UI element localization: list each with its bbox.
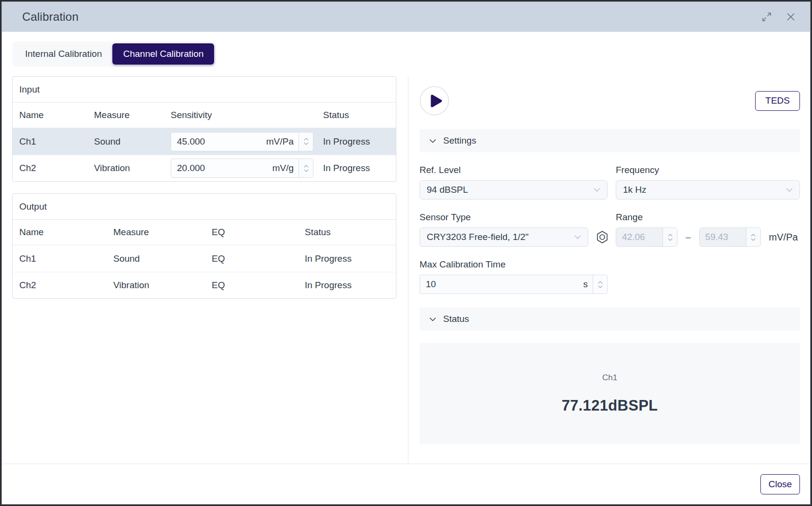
- status-reading: 77.121dBSPL: [562, 397, 658, 414]
- teds-button[interactable]: TEDS: [755, 91, 800, 111]
- status-section-label: Status: [443, 314, 469, 324]
- input-table: Input Name Measure Sensitivity Status Ch…: [12, 76, 396, 182]
- sensor-type-field: Sensor Type CRY3203 Free-field, 1/2": [420, 212, 608, 247]
- play-row: TEDS: [420, 86, 800, 116]
- calibration-dialog: Calibration Internal Calibration Channel…: [1, 1, 811, 505]
- expand-icon[interactable]: [761, 11, 772, 23]
- col-header-sensitivity: Sensitivity: [171, 110, 323, 120]
- sensor-type-label: Sensor Type: [420, 212, 608, 223]
- cell-status: In Progress: [305, 253, 396, 264]
- sensor-type-row: CRY3203 Free-field, 1/2": [420, 227, 608, 247]
- table-row[interactable]: Ch1 Sound mV/Pa In Progress: [13, 128, 396, 155]
- spinner-arrows-icon[interactable]: [298, 159, 313, 177]
- sensitivity-cell: mV/g: [171, 159, 323, 178]
- tab-channel-calibration[interactable]: Channel Calibration: [112, 43, 214, 65]
- close-button[interactable]: Close: [760, 474, 800, 494]
- output-table-title: Output: [13, 194, 396, 220]
- settings-fields: Ref. Level 94 dBSPL Frequency 1k Hz: [420, 152, 800, 294]
- frequency-label: Frequency: [616, 165, 800, 175]
- sensitivity-unit: mV/g: [272, 163, 294, 173]
- cell-eq: EQ: [212, 280, 305, 291]
- cell-measure: Sound: [94, 136, 171, 147]
- sensor-type-value: CRY3203 Free-field, 1/2": [427, 232, 574, 242]
- cell-name: Ch2: [19, 280, 113, 291]
- max-cal-time-input[interactable]: [420, 275, 583, 293]
- ref-level-field: Ref. Level 94 dBSPL: [420, 165, 608, 200]
- col-header-measure: Measure: [113, 227, 212, 238]
- max-cal-time-unit: s: [583, 279, 588, 290]
- frequency-value: 1k Hz: [623, 185, 786, 195]
- ref-level-label: Ref. Level: [420, 165, 608, 175]
- cell-status: In Progress: [305, 280, 396, 291]
- sensor-type-select[interactable]: CRY3203 Free-field, 1/2": [420, 227, 588, 247]
- range-min-input[interactable]: [616, 228, 663, 246]
- cell-name: Ch1: [19, 253, 113, 264]
- spinner-arrows-icon[interactable]: [593, 275, 607, 293]
- table-row[interactable]: Ch2 Vibration mV/g In Progress: [13, 155, 396, 181]
- close-icon[interactable]: [785, 11, 797, 23]
- col-header-status: Status: [305, 227, 396, 238]
- cell-measure: Vibration: [113, 280, 212, 291]
- cell-status: In Progress: [323, 136, 396, 147]
- chevron-down-icon: [786, 188, 793, 192]
- spinner-arrows-icon[interactable]: [746, 228, 760, 246]
- nut-icon[interactable]: [596, 230, 609, 244]
- input-table-title: Input: [13, 77, 396, 103]
- max-cal-time-field: Max Calibration Time s: [420, 259, 608, 294]
- cell-measure: Sound: [113, 253, 212, 264]
- settings-section-label: Settings: [443, 135, 476, 146]
- frequency-select[interactable]: 1k Hz: [616, 180, 800, 200]
- cell-eq: EQ: [212, 253, 305, 264]
- sensitivity-unit: mV/Pa: [266, 136, 294, 147]
- tabs-row: Internal Calibration Channel Calibration: [13, 41, 810, 67]
- tab-group: Internal Calibration Channel Calibration: [13, 41, 216, 67]
- range-unit: mV/Pa: [769, 232, 798, 243]
- right-panel: TEDS Settings Ref. Level 94 dBSPL: [408, 76, 810, 464]
- max-cal-time-group: s: [420, 275, 608, 294]
- sensitivity-input[interactable]: [171, 133, 266, 151]
- range-label: Range: [616, 212, 800, 223]
- status-panel: Ch1 77.121dBSPL: [420, 343, 800, 444]
- dialog-title: Calibration: [22, 10, 79, 24]
- status-channel-label: Ch1: [602, 373, 617, 383]
- col-header-name: Name: [19, 110, 94, 120]
- dialog-footer: Close: [2, 464, 810, 504]
- range-min-group: [616, 227, 677, 247]
- range-row: – mV/Pa: [616, 227, 800, 247]
- cell-measure: Vibration: [94, 163, 171, 173]
- spinner-arrows-icon[interactable]: [298, 133, 313, 151]
- play-button[interactable]: [420, 86, 449, 116]
- status-section-header[interactable]: Status: [420, 307, 800, 331]
- col-header-name: Name: [19, 227, 113, 238]
- sensitivity-input-group: mV/Pa: [171, 132, 313, 151]
- chevron-down-icon: [574, 235, 581, 239]
- chevron-down-icon: [429, 317, 436, 321]
- range-max-group: [699, 227, 761, 247]
- col-header-status: Status: [323, 110, 396, 120]
- col-header-measure: Measure: [94, 110, 171, 120]
- sensitivity-cell: mV/Pa: [171, 132, 323, 151]
- ref-level-select[interactable]: 94 dBSPL: [420, 180, 608, 200]
- cell-name: Ch1: [19, 136, 94, 147]
- left-panel: Input Name Measure Sensitivity Status Ch…: [12, 76, 408, 464]
- dialog-titlebar: Calibration: [2, 2, 810, 32]
- range-max-input[interactable]: [700, 228, 746, 246]
- sensitivity-input[interactable]: [171, 159, 272, 177]
- settings-section-header[interactable]: Settings: [420, 129, 800, 152]
- sensitivity-input-group: mV/g: [171, 159, 313, 178]
- tab-internal-calibration[interactable]: Internal Calibration: [14, 43, 112, 65]
- cell-status: In Progress: [323, 163, 396, 173]
- spinner-arrows-icon[interactable]: [663, 228, 677, 246]
- col-header-eq: EQ: [212, 227, 305, 238]
- table-row[interactable]: Ch2 Vibration EQ In Progress: [13, 272, 396, 298]
- range-field: Range –: [616, 212, 800, 247]
- output-table-header: Name Measure EQ Status: [13, 220, 396, 245]
- range-separator: –: [686, 232, 691, 242]
- dialog-content: Input Name Measure Sensitivity Status Ch…: [2, 67, 810, 464]
- table-row[interactable]: Ch1 Sound EQ In Progress: [13, 245, 396, 272]
- max-cal-time-label: Max Calibration Time: [420, 259, 608, 270]
- chevron-down-icon: [429, 139, 436, 143]
- chevron-down-icon: [594, 188, 600, 192]
- input-table-header: Name Measure Sensitivity Status: [13, 103, 396, 128]
- ref-level-value: 94 dBSPL: [427, 185, 594, 195]
